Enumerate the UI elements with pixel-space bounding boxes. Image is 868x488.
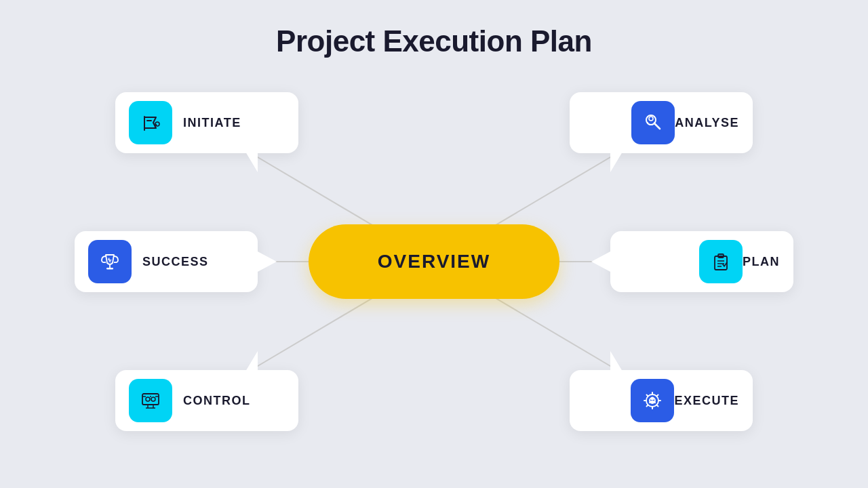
control-icon-box [129, 379, 172, 422]
svg-rect-14 [715, 256, 727, 270]
svg-rect-13 [106, 268, 113, 270]
analyse-icon-box [631, 101, 675, 144]
svg-line-34 [647, 395, 648, 396]
control-label: CONTROL [183, 394, 251, 408]
overview-node: OVERVIEW [309, 224, 559, 299]
clipboard-icon [709, 249, 733, 274]
flag-icon [138, 110, 163, 135]
settings-screen-icon [138, 388, 163, 413]
svg-line-37 [647, 405, 648, 406]
initiate-label: INITIATE [183, 116, 241, 130]
execute-label: EXECUTE [674, 394, 739, 408]
plan-icon-box [699, 240, 743, 283]
overview-label: OVERVIEW [378, 251, 490, 272]
execute-icon-box [631, 379, 674, 422]
svg-rect-6 [144, 116, 145, 131]
success-icon-box [88, 240, 132, 283]
analyse-card: ANALYSE [570, 92, 753, 153]
svg-point-23 [146, 397, 150, 401]
initiate-icon-box [129, 101, 172, 144]
svg-line-36 [657, 395, 658, 396]
svg-line-10 [654, 123, 660, 129]
gear-person-icon [640, 388, 665, 413]
diagram-container: OVERVIEW INITIATE ANALYSE [61, 72, 807, 451]
svg-rect-7 [146, 120, 152, 121]
svg-rect-19 [142, 394, 159, 405]
trophy-icon [98, 249, 122, 274]
success-label: SUCCESS [142, 255, 209, 269]
svg-line-35 [657, 405, 658, 406]
control-card: CONTROL [115, 370, 298, 431]
svg-point-24 [151, 397, 155, 401]
analyse-label: ANALYSE [675, 116, 739, 130]
plan-card: PLAN [610, 231, 793, 292]
success-card: SUCCESS [75, 231, 258, 292]
plan-label: PLAN [743, 255, 780, 269]
initiate-card: INITIATE [115, 92, 298, 153]
svg-point-38 [651, 397, 654, 401]
execute-card: EXECUTE [570, 370, 753, 431]
page-title: Project Execution Plan [276, 24, 592, 58]
analysis-icon [641, 110, 665, 135]
svg-point-11 [649, 117, 653, 121]
